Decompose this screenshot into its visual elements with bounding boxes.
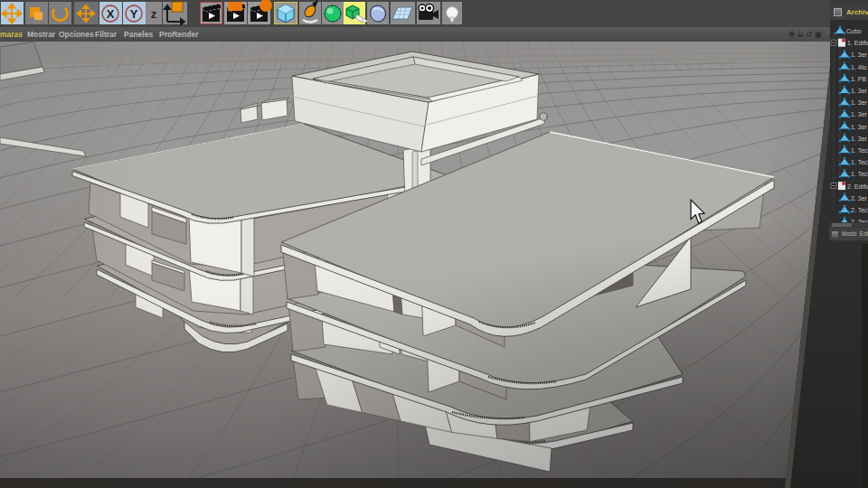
svg-text:Y: Y — [130, 7, 138, 21]
svg-text:1. Techo 2: 1. Techo 2 — [851, 159, 868, 165]
svg-text:2. Techo 2: 2. Techo 2 — [851, 207, 868, 213]
svg-text:1. Edificio: 1. Edificio — [847, 40, 868, 46]
svg-text:2. 3er piso: 2. 3er piso — [851, 195, 868, 202]
svg-text:2. Edificio: 2. Edificio — [847, 183, 868, 190]
svg-text:1. 3er piso: 1. 3er piso — [851, 52, 868, 59]
svg-text:1. 3er pis: 1. 3er pis — [851, 88, 868, 95]
svg-text:1. 3er pis: 1. 3er pis — [851, 111, 868, 118]
svg-text:1. Techo 2: 1. Techo 2 — [851, 171, 868, 177]
svg-text:1. 3er pis: 1. 3er pis — [851, 136, 868, 143]
svg-text:1. 4to piso: 1. 4to piso — [851, 64, 868, 71]
svg-text:1. Techo: 1. Techo — [851, 147, 868, 154]
svg-text:1. PB: 1. PB — [851, 76, 866, 82]
svg-text:Cubo: Cubo — [846, 28, 862, 34]
svg-text:z: z — [151, 7, 157, 21]
svg-text:1. 3er pis: 1. 3er pis — [851, 124, 868, 131]
svg-text:X: X — [107, 7, 115, 21]
svg-text:1. 3er pis: 1. 3er pis — [851, 99, 868, 107]
